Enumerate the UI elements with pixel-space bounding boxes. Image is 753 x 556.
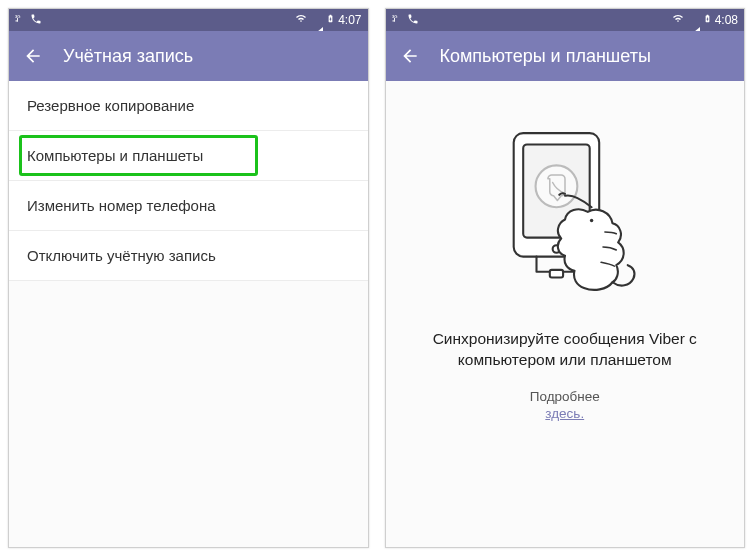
battery-charging-icon bbox=[326, 12, 335, 28]
svg-point-5 bbox=[535, 165, 577, 207]
back-button[interactable] bbox=[23, 46, 43, 66]
svg-text:3G: 3G bbox=[392, 14, 397, 19]
wifi-icon bbox=[671, 13, 685, 28]
signal-3g-icon: 3G bbox=[392, 13, 403, 27]
menu-item-backup[interactable]: Резервное копирование bbox=[9, 81, 368, 131]
menu-item-computers-tablets[interactable]: Компьютеры и планшеты bbox=[9, 131, 368, 181]
account-menu-content: Резервное копирование Компьютеры и планш… bbox=[9, 81, 368, 547]
battery-charging-icon bbox=[703, 12, 712, 28]
status-bar: 3G 4:07 bbox=[9, 9, 368, 31]
sync-content: Синхронизируйте сообщения Viber с компью… bbox=[386, 81, 745, 547]
cell-signal-icon bbox=[688, 13, 700, 27]
signal-3g-icon: 3G bbox=[15, 13, 26, 27]
svg-point-7 bbox=[590, 219, 593, 222]
svg-text:3G: 3G bbox=[15, 14, 20, 19]
clock-time: 4:07 bbox=[338, 13, 361, 27]
back-button[interactable] bbox=[400, 46, 420, 66]
menu-item-label: Изменить номер телефона bbox=[27, 197, 216, 214]
page-title: Компьютеры и планшеты bbox=[440, 46, 651, 67]
sync-more-label: Подробнее bbox=[530, 389, 600, 404]
sync-illustration bbox=[470, 111, 660, 311]
sync-more-link[interactable]: здесь. bbox=[545, 406, 584, 421]
sync-title-text: Синхронизируйте сообщения Viber с компью… bbox=[410, 329, 721, 371]
menu-list: Резервное копирование Компьютеры и планш… bbox=[9, 81, 368, 281]
menu-item-deactivate[interactable]: Отключить учётную запись bbox=[9, 231, 368, 281]
svg-rect-6 bbox=[550, 270, 563, 278]
status-bar: 3G 4:08 bbox=[386, 9, 745, 31]
app-header: Компьютеры и планшеты bbox=[386, 31, 745, 81]
phone-call-icon bbox=[407, 13, 419, 28]
menu-item-label: Компьютеры и планшеты bbox=[27, 147, 203, 164]
menu-item-change-number[interactable]: Изменить номер телефона bbox=[9, 181, 368, 231]
wifi-icon bbox=[294, 13, 308, 28]
clock-time: 4:08 bbox=[715, 13, 738, 27]
app-header: Учётная запись bbox=[9, 31, 368, 81]
cell-signal-icon bbox=[311, 13, 323, 27]
page-title: Учётная запись bbox=[63, 46, 193, 67]
phone-screen-sync: 3G 4:08 Компьютеры и планшеты bbox=[385, 8, 746, 548]
menu-item-label: Резервное копирование bbox=[27, 97, 194, 114]
menu-item-label: Отключить учётную запись bbox=[27, 247, 216, 264]
phone-screen-account: 3G 4:07 Учётная запись Ре bbox=[8, 8, 369, 548]
phone-call-icon bbox=[30, 13, 42, 28]
